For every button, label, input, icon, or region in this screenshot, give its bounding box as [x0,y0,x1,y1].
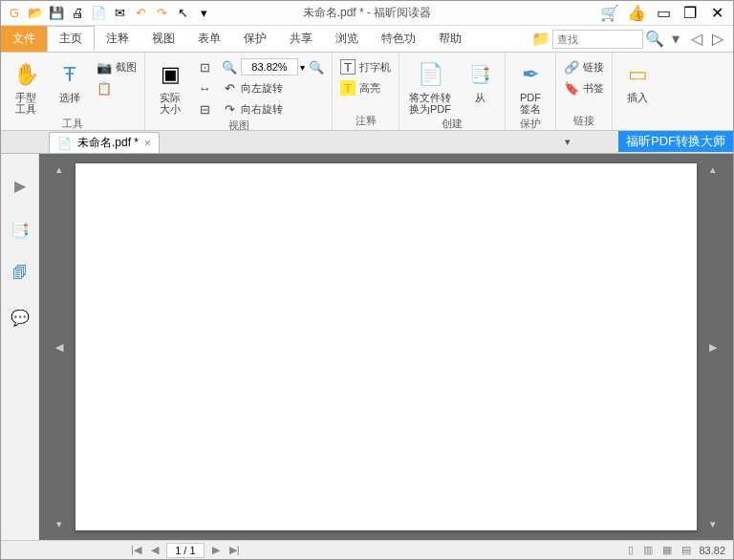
typewriter-label: 打字机 [359,60,391,75]
clipboard-button[interactable]: 📋 [95,78,139,97]
rotate-right-button[interactable]: ↷向右旋转 [220,99,326,118]
close-button[interactable]: ✕ [704,4,729,23]
zoom-in-button[interactable]: 🔍 [307,57,326,76]
group-insert-label [636,117,638,130]
link-label: 链接 [583,60,604,75]
side-comment-button[interactable]: 💬 [8,305,32,330]
tab-feature[interactable]: 特色功 [370,26,427,52]
view-continuous-icon[interactable]: ▥ [641,544,655,556]
tab-comment[interactable]: 注释 [95,26,140,52]
pdf-file-icon: 📄 [57,137,72,150]
view-continuous-facing-icon[interactable]: ▤ [680,544,693,556]
find-prev-icon[interactable]: ◁ [687,30,706,49]
prev-page-strip[interactable]: ▴◀▾ [53,163,66,530]
save-button[interactable]: 💾 [47,4,66,23]
tab-view[interactable]: 视图 [140,26,186,52]
find-input[interactable] [552,30,643,49]
zoom-value: 83.82 [699,545,725,556]
shop-button[interactable]: 🛒 [597,4,622,23]
last-page-button[interactable]: ▶| [227,544,242,556]
find-search-icon[interactable]: 🔍 [645,30,664,49]
actual-size-button[interactable]: ▣ 实际 大小 [151,57,189,117]
select-tool-button[interactable]: Ŧ 选择 [51,57,89,105]
pdf-sign-button[interactable]: ✒ PDF 签名 [511,57,550,117]
link-button[interactable]: 🔗链接 [562,57,606,76]
like-button[interactable]: 👍 [624,4,649,23]
view-facing-icon[interactable]: ▦ [660,544,674,556]
fit-width-button[interactable]: ↔ [195,78,214,97]
snapshot-button[interactable]: 📷截图 [95,57,139,76]
select-text-icon: Ŧ [54,59,85,90]
bookmark-label: 书签 [583,81,604,96]
new-doc-button[interactable]: 📄 [89,4,108,23]
first-page-button[interactable]: |◀ [129,544,143,556]
highlight-button[interactable]: T高亮 [338,78,393,97]
promo-badge[interactable]: 福昕PDF转换大师 [618,131,733,152]
zoom-out-button[interactable]: 🔍 [220,57,239,76]
pen-icon: ✒ [515,59,546,90]
statusbar: |◀ ◀ ▶ ▶| ▯ ▥ ▦ ▤ 83.82 [1,540,733,559]
fit-width-icon: ↔ [197,80,212,96]
hand-tool-label: 手型 工具 [15,92,36,115]
typewriter-button[interactable]: T打字机 [338,57,393,76]
zoom-input[interactable] [241,58,298,75]
side-expand-button[interactable]: ▶ [8,173,32,198]
page-number-input[interactable] [166,543,205,558]
find-dropdown-icon[interactable]: ▾ [666,30,685,49]
prev-page-button[interactable]: ◀ [149,544,161,556]
next-page-button[interactable]: ▶ [210,544,222,556]
document-tab-close[interactable]: × [144,137,151,150]
rotate-left-icon: ↶ [222,80,237,96]
zoom-dropdown[interactable]: ▾ [300,62,305,73]
rotate-left-button[interactable]: ↶向左旋转 [220,78,326,97]
link-icon: 🔗 [564,59,579,75]
side-bookmark-button[interactable]: 📑 [8,217,32,242]
pdf-page[interactable] [76,163,697,530]
canvas-area: ▴◀▾ ▴▶▾ [39,154,733,540]
tab-form[interactable]: 表单 [186,26,232,52]
pdf-sign-label: PDF 签名 [520,92,541,115]
next-page-strip[interactable]: ▴▶▾ [706,163,720,530]
side-pages-button[interactable]: 🗐 [8,261,32,286]
find-folder-icon[interactable]: 📁 [531,30,550,49]
app-icon[interactable]: G [5,4,24,23]
tab-help[interactable]: 帮助 [427,26,473,52]
fit-visible-icon: ⊟ [197,101,212,117]
document-tab[interactable]: 📄 未命名.pdf * × [49,132,160,153]
camera-icon: 📷 [97,59,112,75]
tab-browse[interactable]: 浏览 [324,26,370,52]
from-icon: 📑 [464,59,495,90]
fit-page-button[interactable]: ⊡ [195,57,214,76]
find-next-icon[interactable]: ▷ [708,30,727,49]
maximize-button[interactable]: ❐ [678,4,702,23]
qat-more-button[interactable]: ▾ [194,4,213,23]
actual-size-label: 实际 大小 [160,92,181,115]
group-link-label: 链接 [573,114,594,130]
fit-visible-button[interactable]: ⊟ [195,99,214,118]
from-button[interactable]: 📑 从 [461,57,499,105]
convert-to-pdf-button[interactable]: 📄 将文件转 换为PDF [405,57,455,117]
hand-tool-button[interactable]: ✋ 手型 工具 [7,57,45,117]
tab-file[interactable]: 文件 [1,26,47,52]
tab-share[interactable]: 共享 [278,26,324,52]
email-button[interactable]: ✉ [110,4,129,23]
tab-list-dropdown[interactable]: ▾ [565,136,571,148]
view-single-icon[interactable]: ▯ [626,544,636,556]
cursor-mode-button[interactable]: ↖ [173,4,192,23]
minimize-button[interactable]: ▭ [651,4,676,23]
group-view: ▣ 实际 大小 ⊡ ↔ ⊟ 🔍 ▾ 🔍 ↶向左旋转 ↷向右旋转 视图 [145,53,333,130]
open-folder-button[interactable]: 📂 [26,4,45,23]
insert-button[interactable]: ▭ 插入 [618,57,657,105]
side-nav: ▶ 📑 🗐 💬 [1,154,39,540]
rotate-left-label: 向左旋转 [241,81,283,96]
print-button[interactable]: 🖨 [68,4,87,23]
redo-button[interactable]: ↷ [152,4,171,23]
bookmark-button[interactable]: 🔖书签 [562,78,606,97]
tab-protect[interactable]: 保护 [232,26,278,52]
insert-icon: ▭ [622,59,653,90]
undo-button[interactable]: ↶ [131,4,150,23]
zoom-in-icon: 🔍 [309,59,324,75]
group-annotate-label: 注释 [356,114,377,130]
insert-label: 插入 [627,92,648,103]
tab-home[interactable]: 主页 [47,26,95,52]
